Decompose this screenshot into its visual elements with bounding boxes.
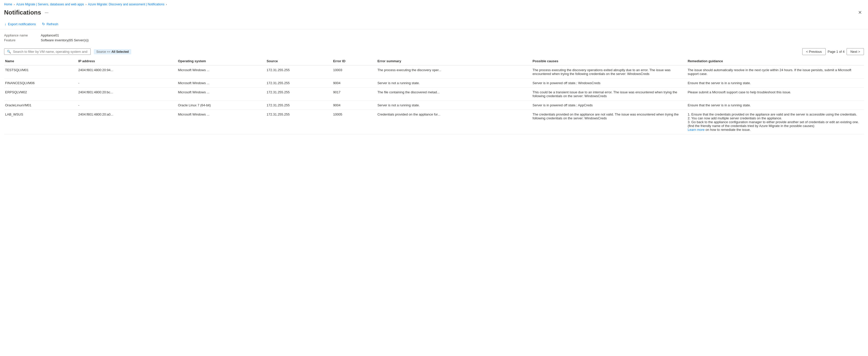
cell-summary: The process executing the discovery oper… [376, 65, 531, 79]
cell-errorid: 10005 [332, 110, 376, 135]
cell-source: 172.31.255.255 [266, 65, 332, 79]
export-button[interactable]: ↓ Export notifications [4, 21, 36, 27]
appliance-row: Appliance name Appliance01 [4, 33, 864, 37]
cell-remediation: Please submit a Microsoft support case t… [687, 88, 864, 101]
remediation-text: The issue should automatically resolve i… [688, 68, 851, 76]
cell-errorid: 9017 [332, 88, 376, 101]
page-header: Notifications ··· ✕ [0, 8, 868, 19]
table-row: ERPSQLVM02 2404:f801:4800:20:bc... Micro… [4, 88, 864, 101]
page-title: Notifications [4, 9, 41, 16]
table-row: FINANCESQLVM06 - Microsoft Windows ... 1… [4, 79, 864, 88]
remediation-text: Please submit a Microsoft support case t… [688, 90, 791, 94]
cell-name: TESTSQLVM01 [4, 65, 77, 79]
learn-more-suffix: on how to remediate the issue. [705, 128, 751, 131]
col-header-remediation: Remediation guidance [687, 57, 864, 65]
previous-button[interactable]: < Previous [802, 48, 826, 55]
table-row: LAB_WSUS 2404:f801:4800:20:a0... Microso… [4, 110, 864, 135]
more-button[interactable]: ··· [43, 9, 50, 16]
close-button[interactable]: ✕ [856, 9, 864, 16]
feature-value: Software inventory(65 Server(s)) [41, 38, 89, 42]
next-button[interactable]: Next > [846, 48, 864, 55]
cell-os: Microsoft Windows ... [177, 79, 266, 88]
cell-name: LAB_WSUS [4, 110, 77, 135]
remediation-text: 3. Go back to the appliance configuratio… [688, 120, 859, 128]
col-header-causes: Possible causes [531, 57, 687, 65]
cell-causes: The credentials provided on the applianc… [531, 110, 687, 135]
filter-prefix: Source == [96, 50, 110, 54]
filter-bar: 🔍 Source == All Selected < Previous Page… [0, 46, 868, 57]
chevron-icon: › [14, 3, 15, 6]
cell-name: ERPSQLVM02 [4, 88, 77, 101]
table-body: TESTSQLVM01 2404:f801:4800:20:94... Micr… [4, 65, 864, 135]
remediation-text: 1. Ensure that the credentials provided … [688, 113, 857, 116]
notifications-table: Name IP address Operating system Source … [4, 57, 864, 135]
chevron-icon-2: › [86, 3, 87, 6]
export-label: Export notifications [8, 22, 36, 26]
appliance-value: Appliance01 [41, 33, 59, 37]
col-header-source: Source [266, 57, 332, 65]
feature-row: Feature Software inventory(65 Server(s)) [4, 38, 864, 42]
breadcrumb: Home › Azure Migrate | Servers, database… [0, 0, 868, 8]
cell-remediation: The issue should automatically resolve i… [687, 65, 864, 79]
cell-ip: - [77, 101, 177, 110]
metadata-section: Appliance name Appliance01 Feature Softw… [0, 29, 868, 46]
cell-os: Microsoft Windows ... [177, 65, 266, 79]
cell-errorid: 9004 [332, 79, 376, 88]
table-header: Name IP address Operating system Source … [4, 57, 864, 65]
cell-causes: This could be a transient issue due to a… [531, 88, 687, 101]
cell-os: Microsoft Windows ... [177, 88, 266, 101]
cell-summary: The file containing the discovered metad… [376, 88, 531, 101]
chevron-icon-3: › [166, 3, 167, 6]
table-row: OracleLinuxVM01 - Oracle Linux 7 (64-bit… [4, 101, 864, 110]
cell-ip: 2404:f801:4800:20:a0... [77, 110, 177, 135]
learn-more-link[interactable]: Learn more [688, 128, 705, 131]
notifications-table-container: Name IP address Operating system Source … [0, 57, 868, 135]
cell-causes: Server is in powered off state.: Windows… [531, 79, 687, 88]
cell-remediation: Ensure that the server is in a running s… [687, 101, 864, 110]
remediation-text: Ensure that the server is in a running s… [688, 103, 751, 107]
cell-remediation: 1. Ensure that the credentials provided … [687, 110, 864, 135]
toolbar: ↓ Export notifications ↻ Refresh [0, 19, 868, 29]
col-header-name: Name [4, 57, 77, 65]
cell-os: Microsoft Windows ... [177, 110, 266, 135]
refresh-label: Refresh [46, 22, 58, 26]
refresh-button[interactable]: ↻ Refresh [41, 21, 59, 27]
feature-label: Feature [4, 38, 40, 42]
breadcrumb-notifications[interactable]: Azure Migrate: Discovery and assessment … [88, 3, 164, 6]
col-header-errorid: Error ID [332, 57, 376, 65]
cell-source: 172.31.255.255 [266, 101, 332, 110]
cell-summary: Credentials provided on the appliance fo… [376, 110, 531, 135]
col-header-summary: Error summary [376, 57, 531, 65]
breadcrumb-servers[interactable]: Azure Migrate | Servers, databases and w… [16, 3, 84, 6]
remediation-text: 2. You can now add multiple server crede… [688, 116, 782, 120]
cell-summary: Server is not a running state. [376, 101, 531, 110]
cell-os: Oracle Linux 7 (64-bit) [177, 101, 266, 110]
cell-errorid: 10003 [332, 65, 376, 79]
cell-source: 172.31.255.255 [266, 79, 332, 88]
cell-ip: 2404:f801:4800:20:bc... [77, 88, 177, 101]
cell-summary: Server is not a running state. [376, 79, 531, 88]
breadcrumb-home[interactable]: Home [4, 3, 12, 6]
search-box[interactable]: 🔍 [4, 49, 91, 55]
cell-source: 172.31.255.255 [266, 88, 332, 101]
cell-errorid: 9004 [332, 101, 376, 110]
search-icon: 🔍 [7, 50, 11, 54]
col-header-ip: IP address [77, 57, 177, 65]
search-input[interactable] [13, 50, 88, 54]
filter-value: All Selected [111, 50, 129, 54]
cell-ip: 2404:f801:4800:20:94... [77, 65, 177, 79]
source-filter-tag[interactable]: Source == All Selected [94, 49, 131, 54]
page-info: Page 1 of 4 [828, 50, 845, 54]
export-icon: ↓ [5, 22, 6, 26]
cell-name: OracleLinuxVM01 [4, 101, 77, 110]
col-header-os: Operating system [177, 57, 266, 65]
pagination: < Previous Page 1 of 4 Next > [802, 48, 864, 55]
cell-causes: The process executing the discovery oper… [531, 65, 687, 79]
table-row: TESTSQLVM01 2404:f801:4800:20:94... Micr… [4, 65, 864, 79]
cell-ip: - [77, 79, 177, 88]
remediation-text: Ensure that the server is in a running s… [688, 81, 751, 85]
cell-causes: Server is in powered off state.: AppCred… [531, 101, 687, 110]
appliance-label: Appliance name [4, 33, 40, 37]
cell-source: 172.31.255.255 [266, 110, 332, 135]
refresh-icon: ↻ [42, 22, 45, 26]
